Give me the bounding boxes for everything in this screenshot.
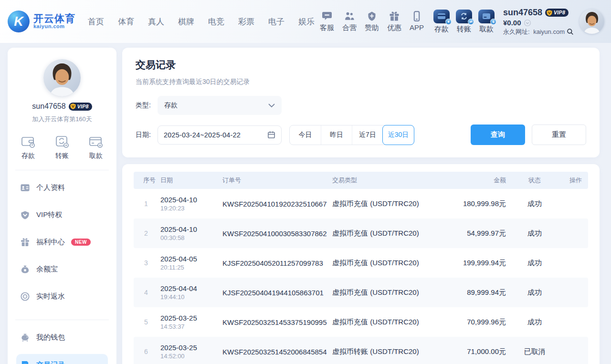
cell-type: 虚拟币充值 (USDT/TRC20) [332,229,442,238]
date-text: 2025-03-25 [160,343,222,352]
range-today-button[interactable]: 今日 [290,125,321,145]
withdraw-button[interactable]: $ 取款 [478,10,495,34]
cell-order: KJSF202504052011257099783 [222,259,332,267]
cell-type: 虚拟币充值 (USDT/TRC20) [332,259,442,268]
partner-button[interactable]: 合营 [342,10,357,32]
vip-privilege-icon [20,210,30,220]
search-icon[interactable] [567,28,574,35]
nav-chess[interactable]: 棋牌 [178,16,194,27]
col-no: 序号 [134,176,160,185]
nav-casino[interactable]: 娱乐 [298,16,315,27]
range-30days-button[interactable]: 近30日 [382,125,414,145]
sidebar-item-profile[interactable]: 个人资料 [16,174,108,201]
sidebar-item-label: 余额宝 [36,265,58,274]
promo-button[interactable]: 优惠 [387,10,401,32]
customer-service-button[interactable]: 客服 [320,10,334,32]
nav-live[interactable]: 真人 [148,16,164,27]
date-range-input[interactable]: 2025-03-24~2025-04-22 [158,125,282,145]
chevron-down-icon [268,104,275,108]
sidebar-item-label: 我的钱包 [36,333,65,342]
nav-lottery[interactable]: 彩票 [238,16,254,27]
withdraw-label: 取款 [479,25,494,34]
card-outline-icon [89,135,103,148]
sidebar-item-transactions[interactable]: 交易记录 [16,354,108,364]
nav-home[interactable]: 首页 [88,16,104,27]
promo-label: 优惠 [387,23,401,32]
sponsor-button[interactable]: 赞助 [365,10,379,32]
gift-icon [20,237,30,247]
sidebar-item-vip[interactable]: VIP特权 [16,201,108,229]
sidebar-withdraw-button[interactable]: 取款 [89,135,103,160]
table-row: 4 2025-04-0419:44:10 KJSF202504041944105… [134,278,588,307]
sidebar-item-label: 福利中心 [36,238,65,247]
cell-no: 4 [134,289,160,296]
nav-esports[interactable]: 电竞 [208,16,224,27]
cell-amount: 199,999.94元 [442,259,506,268]
cell-no: 2 [134,229,160,237]
sidebar-deposit-label: 存款 [21,152,35,160]
page-title: 交易记录 [136,58,586,72]
money-bag-icon [20,264,30,274]
cell-type: 虚拟币充值 (USDT/TRC20) [332,318,442,327]
app-button[interactable]: APP [410,10,424,32]
table-body: 1 2025-04-1019:20:23 KWSF202504101920232… [134,189,588,364]
date-text: 2025-04-10 [160,196,222,204]
range-yesterday-button[interactable]: 昨日 [321,125,352,145]
nav-slots[interactable]: 电子 [268,16,284,27]
cell-amount: 54,999.97元 [442,229,506,238]
date-text: 2025-04-04 [160,284,222,292]
time-text: 00:30:58 [160,234,222,241]
table-row: 3 2025-04-0520:11:25 KJSF202504052011257… [134,248,588,278]
id-card-icon [20,183,30,193]
range-7days-button[interactable]: 近7日 [352,125,383,145]
cell-date: 2025-04-1000:30:58 [160,225,222,241]
sidebar-item-rebate[interactable]: 实时返水 [16,283,108,310]
partners-icon [344,10,355,22]
refresh-balance-icon[interactable] [524,19,531,27]
site-logo[interactable]: K 开云体育 kaiyun.com [8,10,75,32]
cell-order: KWSF202503251452006845854 [222,348,332,356]
sidebar-transfer-button[interactable]: 转账 [55,135,69,160]
type-select[interactable]: 存款 [158,96,282,115]
sidebar-item-welfare[interactable]: 福利中心 NEW [16,229,108,256]
deposit-button[interactable]: ¥ 存款 [433,10,450,34]
cell-no: 3 [134,259,160,267]
cell-amount: 180,999.98元 [442,199,506,208]
sidebar-item-label: 实时返水 [36,292,65,301]
site-url: kaiyun.com [533,28,565,36]
sidebar-menu: 个人资料 VIP特权 福利中心 NEW 余额宝 实时返水 [16,174,108,310]
time-text: 14:52:00 [160,353,222,360]
sidebar-item-yuebao[interactable]: 余额宝 [16,256,108,283]
member-days: 加入开云体育第160天 [16,115,108,124]
cell-amount: 71,000.00元 [442,347,506,356]
cell-amount: 70,999.96元 [442,318,506,327]
transaction-record-icon [20,360,30,364]
table-row: 6 2025-03-2514:52:00 KWSF202503251452006… [134,337,588,364]
vip-shield-icon [546,10,553,16]
sidebar-transfer-label: 转账 [55,152,69,160]
table-row: 2 2025-04-1000:30:58 KWSF202504100030583… [134,218,588,248]
transfer-button[interactable]: ⇄ 转账 [456,10,472,34]
transfer-badge-icon: ⇄ [468,19,474,25]
cell-type: 虚拟币转账 (USDT/TRC20) [332,347,442,356]
cell-date: 2025-04-1019:20:23 [160,196,222,212]
top-header: K 开云体育 kaiyun.com 首页 体育 真人 棋牌 电竞 彩票 电子 娱… [0,0,611,43]
sidebar-avatar[interactable] [43,59,81,96]
reset-button[interactable]: 重置 [532,125,586,145]
sidebar-item-wallet[interactable]: 我的钱包 [16,324,108,351]
sidebar-deposit-button[interactable]: 存款 [21,135,35,160]
table-header: 序号 日期 订单号 交易类型 金额 状态 操作 [134,172,588,189]
wallet-actions: ¥ 存款 ⇄ 转账 $ 取款 [433,10,495,34]
divider [15,320,109,320]
date-quick-ranges: 今日 昨日 近7日 近30日 [289,125,414,145]
query-button[interactable]: 查询 [471,125,525,145]
user-avatar[interactable] [579,9,604,34]
balance-amount: ¥0.00 [503,19,521,28]
nav-sports[interactable]: 体育 [118,16,134,27]
col-amount: 金额 [442,176,506,185]
time-text: 20:11:25 [160,264,222,271]
partner-label: 合营 [342,23,357,32]
transfer-label: 转账 [457,25,471,34]
cell-status: 已取消 [506,347,563,356]
cell-no: 6 [134,348,160,355]
